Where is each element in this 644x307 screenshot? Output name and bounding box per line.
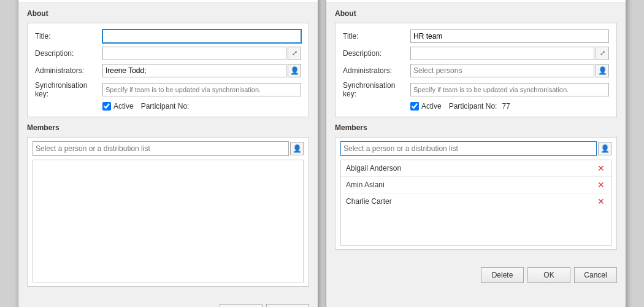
create-title-label: Title: <box>35 32 102 41</box>
create-members-section: 👤 <box>27 137 309 287</box>
edit-members-label: Members <box>335 123 617 132</box>
create-synckey-row: Synchronisation key: <box>35 81 301 98</box>
edit-members-list: Abigail Anderson✕Amin Aslani✕Charlie Car… <box>340 160 611 246</box>
create-synckey-input[interactable] <box>102 83 301 96</box>
create-team-dialog: Create team ─ □ ✕ About Title: Descripti… <box>18 0 318 307</box>
edit-synckey-row: Synchronisation key: <box>343 81 609 98</box>
edit-description-expand-button[interactable]: ⤢ <box>596 47 609 60</box>
create-synckey-control <box>102 83 301 96</box>
member-name: Amin Aslani <box>346 181 385 189</box>
create-admins-label: Administrators: <box>35 66 102 75</box>
create-title-control <box>102 29 301 43</box>
edit-participant-value: 77 <box>502 102 510 111</box>
edit-title-row: Title: <box>343 29 609 43</box>
create-title-input[interactable] <box>102 29 301 43</box>
edit-admins-input[interactable] <box>410 64 594 77</box>
people-icon: 👤 <box>290 66 299 75</box>
edit-members-search-row: 👤 <box>340 141 611 156</box>
edit-active-checkbox[interactable] <box>410 102 419 111</box>
edit-description-control: ⤢ <box>410 47 609 60</box>
create-admins-row: Administrators: 👤 <box>35 64 301 77</box>
create-members-people-button[interactable]: 👤 <box>290 142 304 155</box>
create-admins-people-button[interactable]: 👤 <box>288 64 301 77</box>
people-add-icon: 👤 <box>293 144 302 153</box>
member-remove-button[interactable]: ✕ <box>596 181 606 189</box>
create-description-control: ⤢ <box>102 47 301 60</box>
member-name: Abigail Anderson <box>346 164 401 173</box>
create-active-label: Active <box>113 102 134 111</box>
edit-title-label: Title: <box>343 32 410 41</box>
list-item: Charlie Carter✕ <box>341 193 611 209</box>
create-active-checkbox-wrap: Active <box>102 102 134 111</box>
create-active-checkbox[interactable] <box>102 102 111 111</box>
people-add-icon: 👤 <box>600 144 610 153</box>
edit-active-label: Active <box>421 102 442 111</box>
create-admins-input[interactable] <box>102 64 286 77</box>
edit-active-row: Active Participant No: 77 <box>343 102 609 111</box>
edit-members-people-button[interactable]: 👤 <box>598 142 611 155</box>
create-title-row: Title: <box>35 29 301 43</box>
edit-title-control <box>410 29 609 43</box>
list-item: Abigail Anderson✕ <box>341 160 611 177</box>
create-description-expand-button[interactable]: ⤢ <box>288 47 301 60</box>
create-members-list <box>33 160 304 282</box>
edit-dialog-body: About Title: Description: ⤢ <box>326 3 626 262</box>
create-about-section: Title: Description: ⤢ Administrato <box>27 23 309 117</box>
create-synckey-label: Synchronisation key: <box>35 81 102 98</box>
edit-admins-control: 👤 <box>410 64 609 77</box>
edit-dialog-footer: Delete OK Cancel <box>326 262 626 290</box>
expand-icon: ⤢ <box>292 49 297 57</box>
edit-about-label: About <box>335 9 617 18</box>
edit-ok-button[interactable]: OK <box>527 267 570 283</box>
create-members-search-row: 👤 <box>33 141 304 156</box>
edit-members-search-input[interactable] <box>340 141 597 156</box>
edit-synckey-label: Synchronisation key: <box>343 81 410 98</box>
create-members-search-input[interactable] <box>33 141 289 156</box>
create-admins-control: 👤 <box>102 64 301 77</box>
people-icon: 👤 <box>598 66 607 75</box>
edit-cancel-button[interactable]: Cancel <box>574 267 617 283</box>
edit-synckey-input[interactable] <box>410 83 609 96</box>
create-active-row: Active Participant No: <box>35 102 301 111</box>
create-description-row: Description: ⤢ <box>35 47 301 60</box>
create-ok-button[interactable]: OK <box>220 304 263 308</box>
edit-participant-label: Participant No: <box>449 102 497 111</box>
edit-description-row: Description: ⤢ <box>343 47 609 60</box>
create-cancel-button[interactable]: Cancel <box>266 304 309 308</box>
edit-admins-people-button[interactable]: 👤 <box>596 64 609 77</box>
edit-admins-row: Administrators: 👤 <box>343 64 609 77</box>
create-description-label: Description: <box>35 49 102 58</box>
edit-team-dialog: Edit team ─ □ ✕ About Title: Description… <box>326 0 626 307</box>
edit-description-input[interactable] <box>410 47 594 60</box>
member-name: Charlie Carter <box>346 197 392 206</box>
create-members-label: Members <box>27 123 309 132</box>
create-participant-label: Participant No: <box>141 102 190 111</box>
create-description-input[interactable] <box>102 47 286 60</box>
create-members-inner: 👤 <box>27 137 309 287</box>
edit-active-checkbox-wrap: Active <box>410 102 442 111</box>
edit-admins-label: Administrators: <box>343 66 410 75</box>
edit-description-label: Description: <box>343 49 410 58</box>
edit-title-input[interactable] <box>410 29 609 43</box>
edit-delete-button[interactable]: Delete <box>481 267 524 283</box>
create-dialog-footer: OK Cancel <box>18 299 318 308</box>
member-remove-button[interactable]: ✕ <box>596 197 606 206</box>
list-item: Amin Aslani✕ <box>341 177 611 193</box>
member-remove-button[interactable]: ✕ <box>596 164 606 173</box>
create-about-label: About <box>27 9 309 18</box>
expand-icon: ⤢ <box>600 49 605 57</box>
edit-members-section: 👤 Abigail Anderson✕Amin Aslani✕Charlie C… <box>335 137 617 250</box>
edit-synckey-control <box>410 83 609 96</box>
create-dialog-body: About Title: Description: ⤢ <box>18 3 318 299</box>
edit-about-section: Title: Description: ⤢ Administrato <box>335 23 617 117</box>
edit-members-inner: 👤 Abigail Anderson✕Amin Aslani✕Charlie C… <box>335 137 617 250</box>
